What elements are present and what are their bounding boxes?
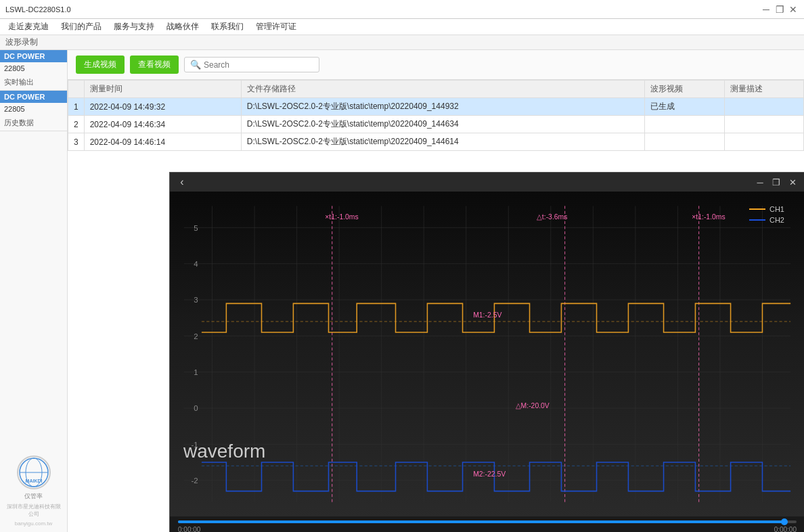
col-video: 波形视频 [645,81,724,98]
sub-header-title: 波形录制 [5,37,38,48]
svg-text:5: 5 [194,223,198,231]
window-controls: ─ ❐ ✕ [761,4,799,15]
svg-text:2: 2 [194,332,198,340]
video-player: ‹ ─ ❐ ✕ [169,172,804,532]
sidebar-item-history[interactable]: 历史数据 [0,115,67,131]
svg-text:-2: -2 [192,476,198,485]
row-time: 2022-04-09 14:46:34 [84,116,241,133]
waveform-legend: CH1 CH2 [749,205,784,224]
progress-fill [178,520,784,523]
progress-bar-container[interactable] [170,519,804,525]
menu-products[interactable]: 我们的产品 [55,20,107,34]
sidebar-device-2: 22805 [0,103,67,115]
row-video: 已生成 [645,98,724,116]
svg-text:M2:-22.5V: M2:-22.5V [473,470,506,478]
svg-text:MAIKDI: MAIKDI [25,479,42,483]
col-time: 测量时间 [84,81,241,98]
data-table: 测量时间 文件存储路径 波形视频 测量描述 1 2022-04-09 14:49… [68,80,804,151]
row-video [645,133,724,151]
row-num: 3 [68,133,85,151]
sidebar-section-2: DC POWER 22805 历史数据 [0,91,67,131]
svg-text:1: 1 [194,368,198,376]
video-back-button[interactable]: ‹ [175,175,189,189]
search-input[interactable] [204,60,305,70]
sidebar-header-1: DC POWER [0,50,67,62]
ch1-line-indicator [749,208,765,210]
search-icon: 🔍 [190,60,201,70]
row-desc [724,133,804,151]
sidebar-bottom: MAIKDI 仅管率 深圳市星光迪科技有限公司 banyigu.com.tw [0,450,67,532]
video-titlebar: ‹ ─ ❐ ✕ [170,173,804,192]
svg-text:3: 3 [194,296,198,304]
video-close-button[interactable]: ✕ [786,175,799,189]
menu-service[interactable]: 服务与支持 [108,20,160,34]
legend-ch2: CH2 [749,216,784,224]
time-row: 0:00:00 0:00:00 [170,525,804,532]
toolbar: 生成视频 查看视频 🔍 [68,50,804,80]
waveform-svg: 5 4 3 2 1 0 -1 -2 [170,192,804,516]
col-desc: 测量描述 [724,81,804,98]
svg-text:×t1:-1.0ms: ×t1:-1.0ms [692,212,725,220]
company-name: 深圳市星光迪科技有限公司 [5,504,62,518]
menu-partners[interactable]: 战略伙伴 [161,20,204,34]
table-header-row: 测量时间 文件存储路径 波形视频 测量描述 [68,81,804,98]
agent-label: 仅管率 [24,492,43,501]
waveform-label: waveform [183,441,265,462]
table-row[interactable]: 3 2022-04-09 14:46:14 D:\LSWL-2OSC2.0-2专… [68,133,804,151]
video-bottom-controls: 0:00:00 0:00:00 🔊 ⬛ ⏮ ▶ ⏭ [170,516,804,532]
content-area: 生成视频 查看视频 🔍 测量时间 文件存储路径 波形视频 测量描述 [68,50,804,532]
col-num [68,81,85,98]
progress-bar[interactable] [178,520,797,523]
view-video-button[interactable]: 查看视频 [130,56,179,74]
app-title: LSWL-DC2280S1.0 [5,5,71,14]
main-layout: DC POWER 22805 实时输出 DC POWER 22805 历史数据 … [0,50,804,532]
svg-text:0: 0 [194,404,198,412]
legend-ch1: CH1 [749,205,784,213]
table-row[interactable]: 2 2022-04-09 14:46:34 D:\LSWL-2OSC2.0-2专… [68,116,804,133]
logo-icon: MAIKDI [18,457,49,488]
row-video [645,116,724,133]
sub-header: 波形录制 [0,35,804,50]
waveform-area: 5 4 3 2 1 0 -1 -2 [170,192,804,516]
search-box: 🔍 [184,57,319,72]
sidebar-device-1: 22805 [0,62,67,74]
sidebar: DC POWER 22805 实时输出 DC POWER 22805 历史数据 … [0,50,68,532]
row-path: D:\LSWL-2OSC2.0-2专业版\static\temp\2022040… [241,133,644,151]
table-body: 1 2022-04-09 14:49:32 D:\LSWL-2OSC2.0-2专… [68,98,804,151]
table-row[interactable]: 1 2022-04-09 14:49:32 D:\LSWL-2OSC2.0-2专… [68,98,804,116]
minimize-button[interactable]: ─ [761,4,772,15]
ch2-label: CH2 [769,216,784,224]
restore-button[interactable]: ❐ [774,4,785,15]
company-url: banyigu.com.tw [15,520,53,527]
menu-license[interactable]: 管理许可证 [250,20,302,34]
table-container: 测量时间 文件存储路径 波形视频 测量描述 1 2022-04-09 14:49… [68,80,804,154]
video-window-controls: ─ ❐ ✕ [753,175,799,189]
video-restore-button[interactable]: ❐ [769,175,783,189]
ch2-line-indicator [749,219,765,221]
title-bar: LSWL-DC2280S1.0 ─ ❐ ✕ [0,0,804,19]
svg-text:4: 4 [194,260,198,268]
row-path: D:\LSWL-2OSC2.0-2专业版\static\temp\2022040… [241,116,644,133]
row-desc [724,98,804,116]
svg-text:M1:-2.5V: M1:-2.5V [473,310,501,318]
col-path: 文件存储路径 [241,81,644,98]
sidebar-section-1: DC POWER 22805 实时输出 [0,50,67,91]
row-num: 1 [68,98,85,116]
close-button[interactable]: ✕ [788,4,799,15]
row-time: 2022-04-09 14:49:32 [84,98,241,116]
row-num: 2 [68,116,85,133]
row-time: 2022-04-09 14:46:14 [84,133,241,151]
menu-contact[interactable]: 联系我们 [206,20,249,34]
svg-text:×t1:-1.0ms: ×t1:-1.0ms [325,212,358,220]
sidebar-item-realtime[interactable]: 实时输出 [0,74,67,90]
logo-circle: MAIKDI [17,456,51,489]
row-desc [724,116,804,133]
generate-video-button[interactable]: 生成视频 [76,56,125,74]
progress-dot [781,518,788,525]
menu-recent[interactable]: 走近麦克迪 [3,20,54,34]
menu-bar: 走近麦克迪 我们的产品 服务与支持 战略伙伴 联系我们 管理许可证 [0,19,804,35]
video-minimize-button[interactable]: ─ [753,175,767,189]
ch1-label: CH1 [769,205,784,213]
sidebar-header-2: DC POWER [0,91,67,103]
svg-text:△t:-3.6ms: △t:-3.6ms [537,212,568,220]
